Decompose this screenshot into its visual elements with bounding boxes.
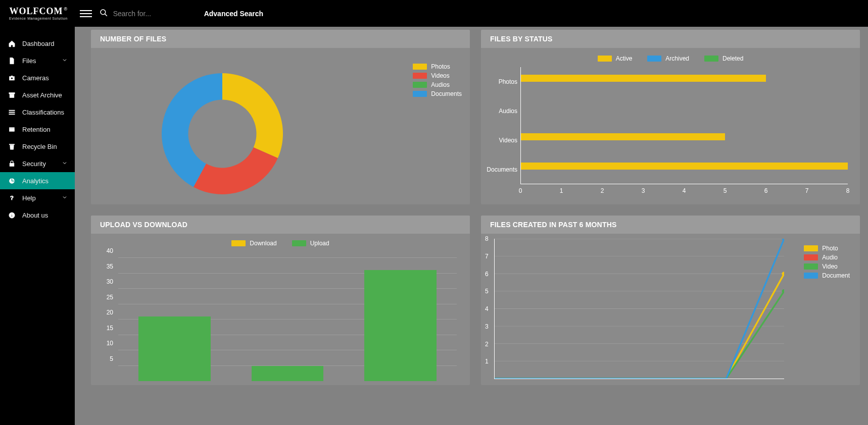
sidebar-item-recycle-bin[interactable]: Recycle Bin: [0, 138, 75, 155]
legend-item[interactable]: Download: [231, 240, 276, 247]
axis-label: Photos: [489, 67, 520, 96]
camera-icon: [7, 74, 16, 82]
axis-tick: 3: [642, 187, 645, 194]
axis-label: Audios: [489, 96, 520, 126]
svg-rect-10: [9, 144, 14, 144]
legend-label: Deleted: [722, 55, 743, 62]
svg-point-0: [101, 10, 106, 15]
card-files-created-6mo: FILES CREATED IN PAST 6 MONTHS 12345678 …: [481, 216, 860, 385]
legend-item[interactable]: Document: [804, 272, 850, 279]
legend-label: Document: [822, 272, 850, 279]
axis-tick: 0: [519, 187, 522, 194]
axis-tick: 1: [560, 187, 563, 194]
search-icon[interactable]: [99, 8, 108, 19]
svg-text:?: ?: [10, 195, 14, 201]
legend-item[interactable]: Videos: [413, 72, 462, 79]
line-legend: PhotoAudioVideoDocument: [804, 245, 850, 279]
chevron-down-icon: [62, 57, 68, 65]
legend-label: Audios: [431, 81, 450, 88]
sidebar-item-about-us[interactable]: iAbout us: [0, 206, 75, 224]
legend-swatch: [413, 82, 427, 88]
sidebar-item-files[interactable]: Files: [0, 52, 75, 69]
legend-item[interactable]: Deleted: [704, 55, 743, 62]
legend-label: Videos: [431, 72, 449, 79]
legend-swatch: [413, 64, 427, 70]
sidebar-item-analytics[interactable]: Analytics: [0, 172, 75, 189]
sidebar-item-cameras[interactable]: Cameras: [0, 69, 75, 86]
legend-item[interactable]: Active: [598, 55, 633, 62]
sidebar-item-label: Recycle Bin: [22, 143, 68, 150]
legend-swatch: [804, 263, 818, 270]
advanced-search-link[interactable]: Advanced Search: [204, 10, 264, 18]
chevron-down-icon: [62, 194, 68, 202]
analytics-icon: [7, 177, 16, 185]
axis-tick: 25: [99, 294, 113, 301]
sidebar-item-classifications[interactable]: Classifications: [0, 103, 75, 121]
legend-item[interactable]: Archived: [647, 55, 689, 62]
axis-tick: 2: [485, 341, 489, 348]
legend-label: Photo: [822, 245, 838, 252]
sidebar-item-dashboard[interactable]: Dashboard: [0, 35, 75, 52]
legend-item[interactable]: Documents: [413, 90, 462, 97]
legend-swatch: [598, 56, 612, 62]
axis-tick: 6: [764, 187, 768, 194]
main-content: NUMBER OF FILES PhotosVideosAudiosDocume…: [75, 27, 868, 425]
svg-rect-5: [9, 110, 14, 111]
legend-label: Upload: [310, 240, 329, 247]
sidebar-item-label: Analytics: [22, 177, 68, 185]
svg-point-24: [782, 272, 784, 276]
svg-rect-4: [10, 94, 14, 97]
legend-swatch: [413, 73, 427, 79]
retention-icon: [7, 126, 16, 133]
svg-rect-8: [9, 129, 14, 131]
axis-tick: 2: [601, 187, 604, 194]
vbar-chart: 510152025303540: [99, 250, 462, 381]
legend-item[interactable]: Upload: [292, 240, 329, 247]
legend-swatch: [231, 240, 246, 246]
legend-item[interactable]: Audios: [413, 81, 462, 88]
bar: [252, 366, 324, 382]
card-upload-vs-download: UPLOAD VS DOWNLOAD DownloadUpload 510152…: [91, 216, 470, 385]
sidebar-item-help[interactable]: ?Help: [0, 189, 75, 206]
legend-label: Audio: [822, 254, 838, 261]
lock-icon: [7, 160, 16, 168]
legend-item[interactable]: Photo: [804, 245, 850, 252]
legend-item[interactable]: Video: [804, 263, 850, 270]
axis-tick: 30: [99, 278, 113, 285]
axis-label: Documents: [489, 155, 520, 184]
list-icon: [7, 109, 16, 116]
axis-tick: 20: [99, 309, 113, 316]
brand-tagline: Evidence Management Solution: [9, 17, 68, 20]
bar: [364, 270, 437, 381]
archive-icon: [7, 91, 16, 99]
legend-item[interactable]: Audio: [804, 254, 850, 261]
sidebar-item-retention[interactable]: Retention: [0, 121, 75, 138]
card-files-by-status: FILES BY STATUS ActiveArchivedDeleted Ph…: [481, 30, 860, 204]
legend-swatch: [292, 240, 306, 246]
sidebar-item-label: Security: [22, 160, 62, 168]
legend-swatch: [804, 273, 818, 279]
axis-tick: 35: [99, 263, 113, 270]
axis-tick: 8: [846, 187, 850, 194]
brand-logo[interactable]: WOLFCOM® Evidence Management Solution: [9, 7, 68, 20]
sidebar-item-security[interactable]: Security: [0, 155, 75, 172]
search-input[interactable]: [113, 10, 174, 18]
donut-legend: PhotosVideosAudiosDocuments: [413, 63, 462, 97]
sidebar-item-asset-archive[interactable]: Asset Archive: [0, 86, 75, 103]
line-chart: [494, 239, 784, 379]
bar: [520, 163, 848, 170]
legend-swatch: [804, 245, 818, 251]
axis-tick: 3: [485, 323, 489, 330]
svg-rect-3: [9, 92, 14, 94]
legend-item[interactable]: Photos: [413, 63, 462, 70]
hamburger-menu-icon[interactable]: [80, 8, 92, 20]
axis-tick: 8: [485, 235, 489, 242]
svg-line-1: [105, 14, 107, 16]
home-icon: [7, 40, 16, 47]
svg-text:i: i: [11, 212, 12, 218]
upload-download-legend: DownloadUpload: [99, 238, 462, 250]
sidebar-item-label: About us: [22, 211, 68, 219]
bar: [520, 75, 766, 82]
legend-label: Documents: [431, 90, 462, 97]
axis-tick: 7: [485, 253, 489, 260]
